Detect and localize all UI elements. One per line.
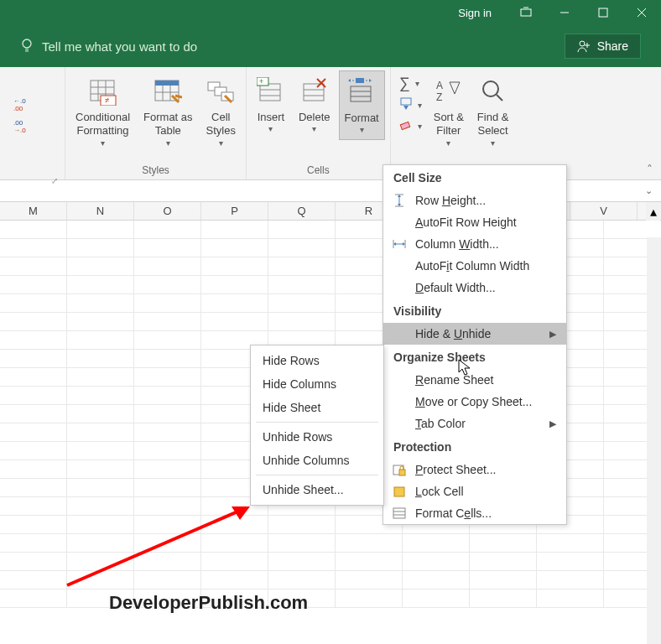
chevron-down-icon: ▾ <box>268 124 273 135</box>
format-cells-icon <box>347 75 376 110</box>
fill-button[interactable]: ▾ <box>396 96 425 114</box>
svg-rect-36 <box>304 84 324 101</box>
submenu-unhide-sheet[interactable]: Unhide Sheet... <box>251 478 383 501</box>
submenu-arrow-icon: ▶ <box>549 418 556 429</box>
menu-column-width[interactable]: Column Width... <box>383 233 566 255</box>
menu-hide-unhide[interactable]: Hide & Unhide ▶ <box>383 323 566 345</box>
insert-cells-icon: + <box>257 74 285 109</box>
cell-styles-icon <box>206 74 235 109</box>
tellme-placeholder[interactable]: Tell me what you want to do <box>42 39 197 54</box>
sort-filter-icon: AZ <box>435 74 463 109</box>
menu-autofit-col[interactable]: AutoFit Column Width <box>383 255 566 277</box>
menu-default-width[interactable]: Default Width... <box>383 277 566 299</box>
submenu-arrow-icon: ▶ <box>549 329 556 340</box>
svg-rect-69 <box>394 487 404 496</box>
number-dialog-launcher[interactable]: ⤢ <box>51 176 58 185</box>
lock-cell-icon <box>392 485 407 498</box>
styles-group-label: Styles <box>70 162 241 178</box>
menu-autofit-row[interactable]: AutoFit Row Height <box>383 211 566 233</box>
menu-tab-color[interactable]: Tab Color▶ <box>383 413 566 434</box>
conditional-formatting-icon: ≠ <box>89 74 117 109</box>
submenu-hide-sheet[interactable]: Hide Sheet <box>251 396 383 419</box>
col-header[interactable]: N <box>67 202 134 220</box>
find-select-button[interactable]: Find & Select ▾ <box>472 70 514 152</box>
chevron-down-icon: ▾ <box>166 138 170 149</box>
vertical-scrollbar[interactable] <box>647 237 661 644</box>
minimize-button[interactable] <box>545 0 584 25</box>
share-label: Share <box>597 39 628 53</box>
col-header[interactable]: P <box>201 202 268 220</box>
col-header[interactable]: Q <box>268 202 336 220</box>
row-height-icon <box>392 194 407 207</box>
menu-row-height[interactable]: Row Height... <box>383 190 566 211</box>
ribbon-display-icon[interactable] <box>507 0 545 25</box>
grid-row[interactable] <box>0 534 661 553</box>
svg-rect-3 <box>599 8 607 17</box>
format-button[interactable]: Format ▾ <box>339 70 385 140</box>
svg-line-56 <box>497 95 502 101</box>
scroll-up-icon[interactable]: ▴ <box>646 202 660 221</box>
col-header[interactable]: M <box>0 202 67 220</box>
chevron-down-icon: ▾ <box>101 138 105 149</box>
format-as-table-button[interactable]: Format as Table ▾ <box>138 70 198 152</box>
grid-row[interactable] <box>0 571 661 589</box>
conditional-formatting-button[interactable]: ≠ Conditional Formatting ▾ <box>70 70 135 152</box>
svg-text:Z: Z <box>436 91 442 103</box>
svg-point-55 <box>483 81 498 96</box>
svg-text:≠: ≠ <box>105 96 110 105</box>
collapse-ribbon-button[interactable]: ˄ <box>647 163 653 176</box>
signin-link[interactable]: Sign in <box>443 7 507 19</box>
svg-text:A: A <box>436 80 443 91</box>
menu-format-cells[interactable]: Format Cells... <box>383 502 566 524</box>
cells-group-label: Cells <box>252 162 385 178</box>
increase-decimal-button[interactable]: ←.0.00 <box>10 96 35 112</box>
person-icon <box>577 39 591 53</box>
delete-cells-icon <box>300 74 329 109</box>
submenu-unhide-rows[interactable]: Unhide Rows <box>251 425 383 449</box>
submenu-hide-rows[interactable]: Hide Rows <box>251 349 383 372</box>
menu-separator <box>256 475 378 475</box>
svg-point-6 <box>23 39 31 48</box>
decrease-decimal-button[interactable]: .00→.0 <box>10 117 35 134</box>
autosum-button[interactable]: ∑▾ <box>396 74 425 93</box>
menu-separator <box>256 422 378 423</box>
delete-button[interactable]: Delete ▾ <box>294 70 336 138</box>
chevron-down-icon: ▾ <box>360 125 364 136</box>
expand-formula-bar-icon[interactable]: ⌄ <box>637 185 661 196</box>
menu-move-copy-sheet[interactable]: Move or Copy Sheet... <box>383 391 566 413</box>
eraser-icon <box>399 118 413 134</box>
svg-text:←.0: ←.0 <box>13 97 26 105</box>
grid-row[interactable] <box>0 589 661 608</box>
format-menu: Cell Size Row Height... AutoFit Row Heig… <box>383 164 567 525</box>
share-button[interactable]: Share <box>565 34 641 59</box>
menu-header-protection: Protection <box>383 434 566 459</box>
svg-text:→.0: →.0 <box>13 127 26 133</box>
insert-button[interactable]: + Insert ▾ <box>252 70 290 138</box>
cell-styles-button[interactable]: Cell Styles ▾ <box>201 70 241 152</box>
menu-protect-sheet[interactable]: Protect Sheet... <box>383 459 566 480</box>
svg-rect-49 <box>401 98 411 105</box>
close-button[interactable] <box>622 0 661 25</box>
protect-sheet-icon <box>392 463 407 476</box>
chevron-down-icon: ▾ <box>446 138 450 149</box>
grid-row[interactable] <box>0 553 661 571</box>
maximize-button[interactable] <box>584 0 622 25</box>
tellme-bar: Tell me what you want to do Share <box>0 25 661 67</box>
menu-header-cellsize: Cell Size <box>383 165 566 190</box>
menu-rename-sheet[interactable]: Rename Sheet <box>383 369 566 391</box>
clear-button[interactable]: ▾ <box>396 117 425 135</box>
submenu-hide-columns[interactable]: Hide Columns <box>251 372 383 396</box>
sigma-icon: ∑ <box>399 75 410 92</box>
col-header[interactable]: V <box>570 202 638 220</box>
sort-filter-button[interactable]: AZ Sort & Filter ▾ <box>429 70 469 152</box>
submenu-unhide-columns[interactable]: Unhide Columns <box>251 449 383 472</box>
menu-header-visibility: Visibility <box>383 299 566 323</box>
svg-text:.00: .00 <box>13 119 23 127</box>
menu-lock-cell[interactable]: Lock Cell <box>383 480 566 502</box>
format-cells-dialog-icon <box>392 506 407 520</box>
chevron-down-icon: ▾ <box>219 138 223 149</box>
col-width-icon <box>392 237 407 251</box>
menu-header-organize: Organize Sheets <box>383 345 566 369</box>
watermark-text: DeveloperPublish.com <box>109 592 308 614</box>
col-header[interactable]: O <box>134 202 201 220</box>
